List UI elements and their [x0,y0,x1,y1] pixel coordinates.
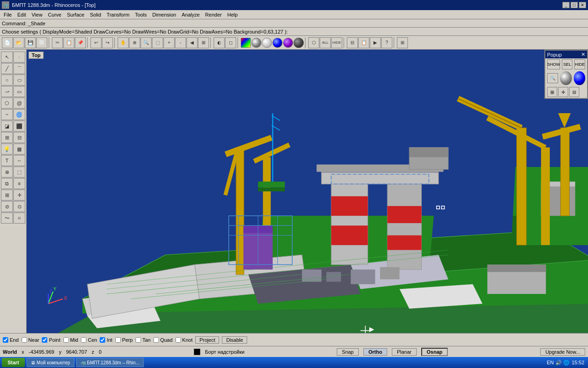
menu-transform[interactable]: Transform [104,11,132,18]
menu-surface[interactable]: Surface [64,11,87,18]
viewport[interactable]: Top [27,50,588,333]
tb-copy[interactable]: 📋 [63,37,74,48]
maximize-button[interactable]: □ [571,2,578,8]
snap-point-checkbox[interactable] [42,337,47,343]
tb-paste[interactable]: 📌 [75,37,86,48]
sb-group[interactable]: ⊕ [1,167,13,178]
sb-helix[interactable]: 🌀 [13,109,25,120]
snap-mid-checkbox[interactable] [63,337,69,343]
tb-color-blue[interactable] [272,38,283,48]
popup-icon1[interactable]: ⊞ [547,87,557,97]
snap-quad-checkbox[interactable] [153,337,159,343]
popup-close[interactable]: ✕ [581,52,585,58]
sb-snap-grid[interactable]: ⊞ [1,190,13,201]
snap-near-checkbox[interactable] [22,337,27,343]
disable-button[interactable]: Disable [222,336,247,344]
snap-cen-checkbox[interactable] [81,337,86,343]
popup-icon3[interactable]: ⊟ [569,87,579,97]
menu-curve[interactable]: Curve [45,11,64,18]
tb-props[interactable]: 📋 [358,37,369,48]
sb-line[interactable]: ╱ [1,63,13,74]
sb-spiral[interactable]: @ [13,98,25,109]
tb-pan[interactable]: ✋ [118,37,129,48]
sb-mesh2[interactable]: ⊟ [13,132,25,143]
tb-snap-grid[interactable]: ⊞ [397,37,408,48]
menu-tools[interactable]: Tools [132,11,150,18]
ortho-toggle[interactable]: Ortho [363,348,387,356]
sb-dim[interactable]: ↔ [13,155,25,166]
tb-shade[interactable]: ◐ [214,37,225,48]
tb-undo[interactable]: ↩ [90,37,102,48]
menu-view[interactable]: View [29,11,45,18]
tb-layer[interactable]: ⊟ [347,37,358,48]
tb-wire[interactable]: ◻ [225,37,236,48]
menu-render[interactable]: Render [203,11,225,18]
sb-surface[interactable]: ◪ [1,121,13,132]
tb-zoom-out[interactable]: - [175,37,186,48]
snap-int-checkbox[interactable] [100,337,105,343]
tb-color-dark[interactable] [294,38,304,48]
tb-zoom-prev[interactable]: ◀ [187,37,198,48]
tb-new[interactable]: 📄 [2,37,13,48]
snap-tan-checkbox[interactable] [136,337,141,343]
popup-sel-btn[interactable]: SEL [562,59,572,69]
tb-all[interactable]: ALL [320,37,331,48]
sb-arc[interactable]: ⌒ [13,63,25,74]
snap-perp-checkbox[interactable] [115,337,121,343]
tb-redo[interactable]: ↪ [102,37,113,48]
upgrade-button[interactable]: Upgrade Now... [540,348,585,356]
tb-color-wires[interactable] [241,38,251,48]
planar-toggle[interactable]: Planar [392,348,417,356]
tb-mesh[interactable]: ⬡ [308,37,319,48]
close-button[interactable]: ✕ [579,2,586,8]
snap-toggle[interactable]: Snap [337,348,359,356]
tb-t4[interactable]: ⬜ [36,37,47,48]
project-button[interactable]: Project [195,336,219,344]
sb-block[interactable]: ⬚ [13,167,25,178]
tb-hide[interactable]: HIDE [331,37,342,48]
sb-light[interactable]: 💡 [1,144,13,155]
menu-analyze[interactable]: Analyze [179,11,202,18]
menu-edit[interactable]: Edit [15,11,29,18]
sb-ellipse[interactable]: ⬭ [13,75,25,86]
tb-cut[interactable]: ✂ [52,37,63,48]
sb-select[interactable]: ↖ [1,52,13,63]
snap-end-checkbox[interactable] [3,337,8,343]
tb-zoom-ext[interactable]: ⊕ [129,37,140,48]
taskbar-mycomputer[interactable]: 🖥 Мой компьютер [27,358,74,367]
taskbar-rhino[interactable]: 🦏 БМПТ.1288.3dm – Rhin... [76,358,144,367]
popup-hide-btn[interactable]: HIDE [574,59,585,69]
menu-help[interactable]: Help [225,11,241,18]
popup-zoom-btn[interactable]: 🔍 [547,73,558,83]
tb-color-purple[interactable] [283,38,293,48]
osnap-toggle[interactable]: Osnap [421,348,448,356]
sb-solid[interactable]: ⬛ [13,121,25,132]
snap-knot-checkbox[interactable] [175,337,181,343]
sb-layer[interactable]: ⧉ [1,178,13,189]
sb-polyline[interactable]: ⤻ [1,86,13,97]
menu-file[interactable]: File [1,11,15,18]
tb-grid[interactable]: ⊞ [198,37,209,48]
tb-color-white[interactable] [262,38,272,48]
sb-text[interactable]: T [1,155,13,166]
menu-dimension[interactable]: Dimension [150,11,179,18]
tb-color-gray[interactable] [251,38,261,48]
tb-render[interactable]: ▶ [370,37,381,48]
sb-edit1[interactable]: ⊘ [1,201,13,212]
sb-point[interactable]: · [13,52,25,63]
start-button[interactable]: Start [2,358,25,367]
sb-surface-tools[interactable]: ⌗ [13,213,25,224]
sb-polygon[interactable]: ⬡ [1,98,13,109]
tb-zoom-in[interactable]: + [164,37,175,48]
tb-help[interactable]: ? [381,37,392,48]
tb-zoom-sel[interactable]: 🔍 [141,37,152,48]
sb-edit2[interactable]: ⊙ [13,201,25,212]
popup-icon2[interactable]: ✛ [558,87,568,97]
tb-save[interactable]: 💾 [25,37,36,48]
sb-rect[interactable]: ▭ [13,86,25,97]
tb-zoom-win[interactable]: ⬚ [152,37,163,48]
sb-circle[interactable]: ○ [1,75,13,86]
popup-show-btn[interactable]: SHOW [547,59,560,69]
sb-axis[interactable]: ✛ [13,190,25,201]
sb-prop[interactable]: ≡ [13,178,25,189]
